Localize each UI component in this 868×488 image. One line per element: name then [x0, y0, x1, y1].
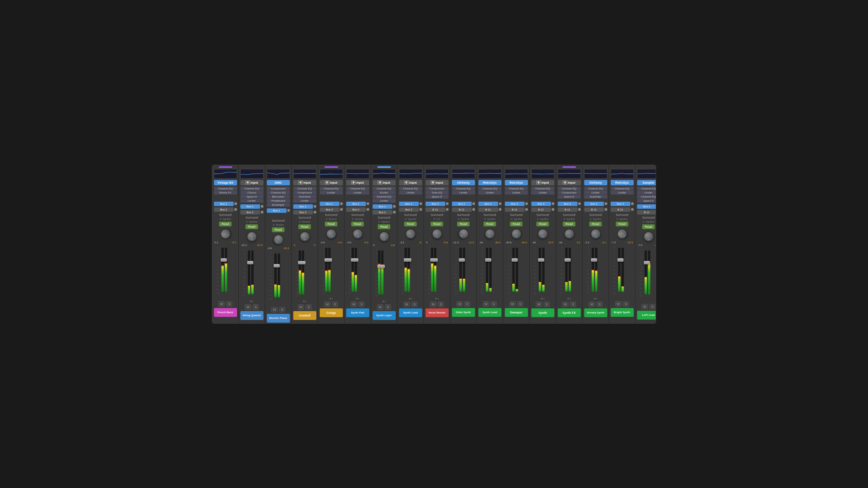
- fx-item[interactable]: Limiter: [505, 191, 528, 195]
- bus1-button[interactable]: Bus 1: [240, 204, 260, 209]
- instrument-button[interactable]: ⊞Input: [320, 180, 343, 185]
- mute-button[interactable]: M: [536, 302, 542, 307]
- fx-item[interactable]: Limiter: [320, 191, 343, 195]
- bus1-button[interactable]: Bus 4: [584, 202, 604, 206]
- fx-item[interactable]: Limiter: [452, 191, 475, 195]
- solo-button[interactable]: S: [226, 301, 232, 307]
- bus1-button[interactable]: Bus 4: [478, 202, 498, 206]
- fx-item[interactable]: Chorus: [240, 191, 263, 195]
- bus2-button[interactable]: Bus 2: [320, 207, 339, 212]
- fader-thumb[interactable]: [644, 261, 650, 264]
- bus2-button[interactable]: Bus 2: [293, 210, 313, 215]
- bus1-button[interactable]: Bus 4: [558, 202, 577, 206]
- fader-thumb[interactable]: [617, 258, 624, 262]
- bus2-button[interactable]: B 11: [426, 207, 445, 212]
- fx-item[interactable]: Compressor: [426, 187, 449, 190]
- pan-knob[interactable]: [271, 232, 285, 246]
- instrument-button[interactable]: RetroSyn: [611, 180, 634, 185]
- eq-display[interactable]: [505, 169, 528, 179]
- fx-item[interactable]: Limiter: [637, 191, 656, 195]
- bus1-button[interactable]: Bus 1: [214, 202, 234, 206]
- read-button[interactable]: Read: [484, 222, 496, 226]
- channel-name[interactable]: Bright Synth: [611, 308, 634, 317]
- instrument-button[interactable]: ⊞Input: [399, 180, 422, 185]
- fx-item[interactable]: Remix FX: [214, 191, 237, 195]
- channel-name[interactable]: Sweeper: [505, 308, 528, 317]
- bus2-button[interactable]: B 11: [452, 207, 472, 212]
- eq-display[interactable]: [584, 169, 607, 179]
- pan-knob[interactable]: [538, 229, 548, 239]
- bus2-button[interactable]: B 11: [478, 207, 498, 212]
- fx-item[interactable]: Exciter: [373, 191, 396, 195]
- fx-item[interactable]: Bitcrusher: [267, 195, 290, 199]
- fx-item[interactable]: Channel EQ: [611, 187, 634, 190]
- fx-item[interactable]: Space D: [426, 195, 449, 199]
- fader-thumb[interactable]: [324, 258, 332, 262]
- bus2-button[interactable]: B 11: [584, 207, 604, 212]
- bus2-button[interactable]: B 11: [611, 207, 630, 212]
- mute-button[interactable]: M: [271, 307, 278, 312]
- pan-knob[interactable]: [300, 231, 310, 242]
- read-button[interactable]: Read: [431, 222, 443, 226]
- bus1-button[interactable]: Bus 4: [611, 202, 630, 206]
- fx-item[interactable]: Channel EQ: [584, 187, 607, 190]
- fader-thumb[interactable]: [298, 261, 305, 264]
- pan-knob[interactable]: [325, 227, 337, 240]
- solo-button[interactable]: S: [438, 302, 444, 307]
- bus2-button[interactable]: B 11: [558, 207, 577, 212]
- read-button[interactable]: Read: [457, 222, 470, 226]
- channel-name[interactable]: Growly Synth: [584, 308, 607, 317]
- pan-knob[interactable]: [247, 231, 257, 242]
- bus1-button[interactable]: Bus 1: [267, 208, 287, 213]
- mute-button[interactable]: M: [456, 301, 463, 307]
- fader-thumb[interactable]: [351, 258, 358, 262]
- fx-item[interactable]: Compressor: [558, 191, 581, 195]
- solo-button[interactable]: S: [305, 304, 312, 310]
- fader-thumb[interactable]: [274, 264, 280, 267]
- solo-button[interactable]: S: [517, 301, 523, 307]
- channel-name[interactable]: Synth Pad: [346, 308, 369, 317]
- bus2-button[interactable]: B 11: [531, 207, 551, 212]
- mute-button[interactable]: M: [218, 301, 225, 307]
- mute-button[interactable]: M: [324, 302, 331, 307]
- fx-item[interactable]: Compressor: [293, 191, 316, 195]
- read-button[interactable]: Read: [589, 222, 602, 226]
- pan-knob[interactable]: [511, 229, 521, 239]
- channel-name[interactable]: Glide Synth: [452, 308, 475, 317]
- channel-name[interactable]: Vocal Shouts: [426, 308, 449, 317]
- fader-thumb[interactable]: [565, 258, 571, 262]
- bus2-button[interactable]: Bus 2: [373, 210, 392, 215]
- solo-button[interactable]: S: [279, 307, 285, 312]
- bus1-button[interactable]: Bus 4: [637, 204, 656, 209]
- fx-item[interactable]: Channel EQ: [214, 187, 237, 190]
- instrument-button[interactable]: ⊞Input: [240, 180, 263, 185]
- fx-item[interactable]: Channel EQ: [399, 187, 422, 190]
- fx-item[interactable]: Console EQ: [558, 187, 581, 190]
- bus1-button[interactable]: Bus 2: [452, 202, 472, 206]
- eq-display[interactable]: [611, 169, 634, 179]
- pan-knob[interactable]: [564, 229, 574, 239]
- read-button[interactable]: Read: [298, 224, 311, 229]
- eq-display[interactable]: [320, 169, 343, 179]
- read-button[interactable]: Read: [245, 224, 258, 229]
- solo-button[interactable]: S: [544, 302, 550, 307]
- solo-button[interactable]: S: [253, 304, 259, 310]
- instrument-button[interactable]: ⊞Input: [558, 180, 581, 185]
- instrument-button[interactable]: ⊞Input: [293, 180, 316, 185]
- read-button[interactable]: Read: [351, 222, 364, 226]
- read-button[interactable]: Read: [219, 222, 232, 226]
- bus2-button[interactable]: Bus 2: [214, 207, 234, 212]
- eq-display[interactable]: [240, 169, 263, 179]
- solo-button[interactable]: S: [358, 302, 364, 307]
- mute-button[interactable]: M: [615, 301, 622, 307]
- fx-item[interactable]: Channel EQ: [452, 187, 475, 190]
- bus1-button[interactable]: Bus 4: [531, 202, 551, 206]
- instrument-button[interactable]: ⊞Input: [531, 180, 554, 185]
- fx-item[interactable]: Channel EQ: [531, 187, 554, 190]
- instrument-button[interactable]: Alchemy: [452, 180, 475, 185]
- channel-name[interactable]: Synth: [531, 308, 554, 317]
- eq-display[interactable]: [214, 169, 237, 179]
- fx-item[interactable]: Limiter: [584, 191, 607, 195]
- eq-display[interactable]: [637, 169, 656, 179]
- fader-thumb[interactable]: [485, 258, 491, 262]
